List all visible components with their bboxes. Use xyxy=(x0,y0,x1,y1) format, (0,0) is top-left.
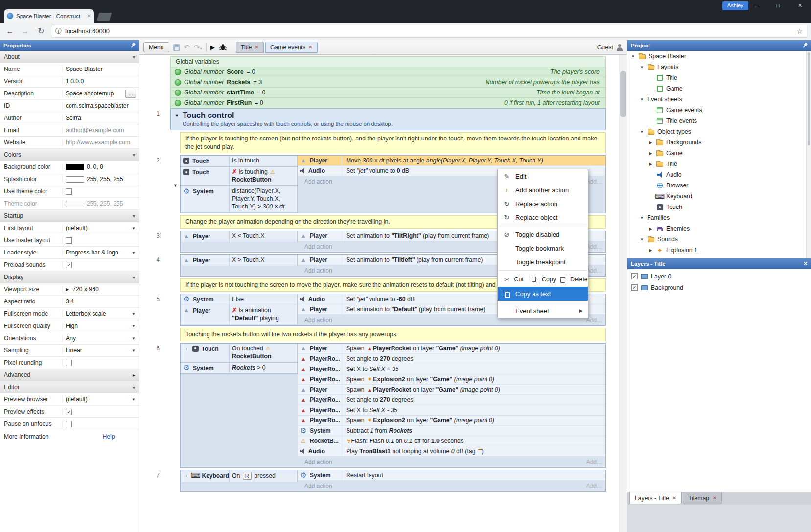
section-collapse-icon[interactable]: ▾ xyxy=(133,213,135,219)
tree-item-object-types[interactable]: ▼Object types xyxy=(627,126,811,137)
collapse-icon[interactable]: ▼ xyxy=(630,54,636,59)
color-swatch[interactable] xyxy=(66,176,84,183)
reload-icon[interactable]: ↻ xyxy=(35,26,47,36)
global-variable-row[interactable]: Global number FirstRun = 00 if first run… xyxy=(170,98,606,108)
panel-tab-tilemap[interactable]: Tilemap✕ xyxy=(683,492,722,504)
event-condition[interactable]: Touch✗Is touching ⚠RocketButton xyxy=(181,167,298,186)
layer-visibility-checkbox[interactable]: ✓ xyxy=(631,284,638,291)
scrollbar-thumb[interactable] xyxy=(620,71,626,117)
event-action[interactable]: ▲PlayerRo...Spawn ✦Explosion2 on layer "… xyxy=(298,374,605,385)
event-action[interactable]: ▲PlayerMove 300 × dt pixels at angle ang… xyxy=(298,156,605,166)
event-action[interactable]: ▲PlayerRo...Set angle to 270 degrees xyxy=(298,354,605,364)
menu-item-replace-action[interactable]: ↻Replace action xyxy=(498,197,588,210)
tree-item-audio[interactable]: Audio xyxy=(627,169,811,180)
back-icon[interactable]: ← xyxy=(4,27,16,36)
add-action-link[interactable]: Add action xyxy=(304,267,332,274)
event-condition[interactable]: ▲PlayerX > Touch.X xyxy=(181,255,298,266)
section-collapse-icon[interactable]: ▾ xyxy=(133,385,135,390)
event-action[interactable]: AudioPlay TronBlast1 not looping at volu… xyxy=(298,446,605,457)
add-more-link[interactable]: Add... xyxy=(586,483,602,489)
property-row-use-theme-color[interactable]: Use theme color xyxy=(0,185,139,198)
tree-item-sounds[interactable]: ▼Sounds xyxy=(627,234,811,245)
undo-icon[interactable]: ↶ xyxy=(184,43,190,52)
event-action[interactable]: ▲PlayerRo...Set X to Self.X - 35 xyxy=(298,405,605,416)
tree-item-keyboard[interactable]: ⌨Keyboard xyxy=(627,191,811,202)
event-action[interactable]: ▲PlayerRo...Set X to Self.X + 35 xyxy=(298,364,605,374)
checkbox[interactable] xyxy=(66,237,72,244)
event-action[interactable]: ⚙SystemRestart layout xyxy=(298,470,605,481)
tree-item-event-sheets[interactable]: ▼Event sheets xyxy=(627,94,811,105)
event-action[interactable]: ▲PlayerSpawn ▲PlayerRocket on layer "Gam… xyxy=(298,344,605,354)
checkbox[interactable] xyxy=(66,360,72,366)
add-more-link[interactable]: Add... xyxy=(586,243,602,250)
section-expand-icon[interactable]: ▸ xyxy=(133,372,135,378)
tree-item-touch[interactable]: Touch xyxy=(627,202,811,212)
menu-item-toggle-disabled[interactable]: ⊘Toggle disabled xyxy=(498,228,588,241)
tree-item-title[interactable]: ▶Title xyxy=(627,159,811,169)
add-more-link[interactable]: Add... xyxy=(586,459,602,465)
expand-icon[interactable]: ▶ xyxy=(648,140,653,145)
section-collapse-icon[interactable]: ▾ xyxy=(133,275,135,280)
collapse-icon[interactable]: ▼ xyxy=(639,130,645,134)
tree-item-families[interactable]: ▼Families xyxy=(627,212,811,223)
forward-icon[interactable]: → xyxy=(20,27,31,36)
event-comment[interactable]: Touching the rockets button will fire tw… xyxy=(180,328,606,341)
global-variable-row[interactable]: Global number Score = 0The player's scor… xyxy=(170,67,606,77)
event-condition[interactable]: ⚙SystemRockets > 0 xyxy=(181,363,298,374)
property-value[interactable] xyxy=(63,188,139,195)
event-condition[interactable]: ⚙SystemElse xyxy=(181,294,298,305)
property-row-viewport-size[interactable]: Viewport size▶720 x 960 xyxy=(0,283,139,296)
tree-item-enemies[interactable]: ▶Enemies xyxy=(627,223,811,234)
property-row-orientations[interactable]: OrientationsAny▼ xyxy=(0,332,139,345)
menu-button[interactable]: Menu xyxy=(143,42,169,52)
event-comment[interactable]: If the player is touching the screen (bu… xyxy=(180,132,606,153)
property-value[interactable]: 255, 255, 255 xyxy=(63,176,139,183)
event-action[interactable]: ▲PlayerRo...Set angle to 270 degrees xyxy=(298,395,605,405)
add-more-link[interactable]: Add... xyxy=(586,178,602,185)
address-bar[interactable]: ⓘ localhost:60000 ☆ xyxy=(51,25,807,38)
property-value[interactable]: ▶720 x 960 xyxy=(63,286,139,293)
event-condition[interactable]: →⌨KeyboardOn R pressed xyxy=(181,470,298,482)
project-scrollbar[interactable] xyxy=(806,51,811,258)
property-row-version[interactable]: Version1.0.0.0 xyxy=(0,75,139,88)
property-row-loader-style[interactable]: Loader styleProgress bar & logo▼ xyxy=(0,247,139,259)
event-condition[interactable]: ⚙Systemdistance(Player.X, Player.Y, Touc… xyxy=(181,186,298,213)
event-action[interactable]: ▲PlayerRo...Spawn ✦Explosion2 on layer "… xyxy=(298,416,605,426)
checkbox[interactable] xyxy=(66,421,72,427)
menu-item-copy-as-text[interactable]: Copy as text xyxy=(498,287,588,301)
menu-item-edit[interactable]: ✎Edit xyxy=(498,169,588,183)
property-row-use-loader-layout[interactable]: Use loader layout xyxy=(0,234,139,247)
expand-icon[interactable]: ▶ xyxy=(648,248,653,253)
event-block[interactable]: →⌨KeyboardOn R pressed⚙SystemRestart lay… xyxy=(180,470,606,492)
property-value[interactable] xyxy=(63,421,139,427)
add-action-link[interactable]: Add action xyxy=(304,178,332,185)
pin-icon[interactable] xyxy=(801,42,809,49)
property-value[interactable]: ✓ xyxy=(63,409,139,415)
layer-row-layer-0[interactable]: ✓Layer 0 xyxy=(627,271,811,282)
expand-icon[interactable]: ▶ xyxy=(648,151,653,156)
property-row-preload-sounds[interactable]: Preload sounds✓ xyxy=(0,259,139,271)
dropdown-arrow-icon[interactable]: ▼ xyxy=(132,348,136,353)
property-row-background-color[interactable]: Background color0, 0, 0 xyxy=(0,161,139,173)
property-row-splash-color[interactable]: Splash color255, 255, 255 xyxy=(0,173,139,185)
menu-item-cut[interactable]: ✂Cut xyxy=(498,272,528,287)
property-value[interactable]: High xyxy=(63,323,139,329)
tab-close-icon[interactable]: ✕ xyxy=(713,495,717,501)
property-value[interactable]: (default) xyxy=(63,225,139,231)
tree-item-space-blaster[interactable]: ▼Space Blaster xyxy=(627,51,811,62)
group-collapse-icon[interactable]: ▼ xyxy=(175,113,179,118)
tab-close-icon[interactable]: ✕ xyxy=(672,495,676,501)
property-row-email[interactable]: Emailauthor@example.com xyxy=(0,124,139,137)
close-panel-icon[interactable]: ✕ xyxy=(804,261,808,266)
property-value[interactable]: Linear xyxy=(63,347,139,354)
layer-row-background[interactable]: ✓Background xyxy=(627,282,811,293)
property-row-theme-color[interactable]: Theme color255, 255, 255 xyxy=(0,198,139,210)
new-tab-button[interactable] xyxy=(96,13,112,21)
property-value[interactable]: 0, 0, 0 xyxy=(63,163,139,170)
maximize-button[interactable]: □ xyxy=(767,0,789,11)
guest-account[interactable]: Guest xyxy=(597,44,623,51)
property-row-name[interactable]: NameSpace Blaster xyxy=(0,63,139,75)
event-collapse-icon[interactable]: ▼ xyxy=(173,183,178,188)
debug-icon[interactable] xyxy=(219,44,227,51)
property-value[interactable]: (default) xyxy=(63,396,139,403)
